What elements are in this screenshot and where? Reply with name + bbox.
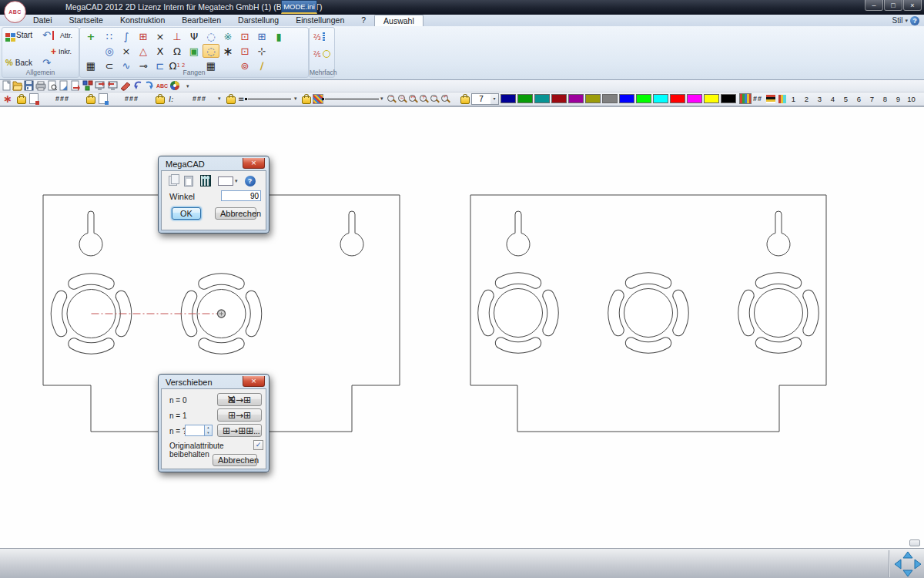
- count-input[interactable]: [185, 425, 204, 436]
- zoom-tool-icon-4[interactable]: +: [419, 94, 430, 104]
- open-file-icon[interactable]: [13, 82, 22, 90]
- print-preview-icon[interactable]: [49, 81, 57, 90]
- page-view-icon[interactable]: [60, 81, 67, 90]
- view-number-button[interactable]: 1: [787, 95, 800, 103]
- sheet-select-button[interactable]: [99, 93, 108, 104]
- abc-check-icon[interactable]: ABC: [156, 83, 168, 89]
- megacad-cancel-button[interactable]: Abbrechen: [215, 207, 256, 220]
- toolbar-options-icon[interactable]: ▾: [186, 83, 189, 89]
- snap-box-3d-icon[interactable]: ⊡: [236, 29, 253, 43]
- verschieben-dialog-close-button[interactable]: ×: [243, 376, 265, 387]
- zoom-tool-icon-5[interactable]: −: [430, 94, 440, 104]
- help-icon[interactable]: ?: [910, 16, 919, 25]
- scale-combo[interactable]: 7▾: [471, 93, 499, 104]
- pen-button[interactable]: l:: [169, 93, 174, 104]
- snap-box2-icon[interactable]: ⊡: [236, 44, 253, 58]
- page-transfer-icon[interactable]: [72, 81, 80, 91]
- pan-control-icon[interactable]: [893, 550, 922, 578]
- verschieben-cancel-button[interactable]: Abbrechen: [213, 454, 257, 466]
- snap-solid-icon[interactable]: ▣: [186, 44, 203, 58]
- tab-hilfe[interactable]: ?: [353, 15, 374, 26]
- attach-mode-icon[interactable]: ∗: [3, 93, 12, 104]
- color-swatch[interactable]: [585, 94, 601, 103]
- canvas-corner-button[interactable]: [909, 539, 920, 546]
- view-number-button[interactable]: 7: [865, 95, 879, 103]
- snap-loop-icon[interactable]: Ω: [169, 44, 186, 58]
- color-swatch[interactable]: [721, 94, 736, 103]
- ok-button[interactable]: OK: [172, 207, 201, 220]
- color-swatch[interactable]: [636, 94, 651, 103]
- keep-attributes-checkbox[interactable]: ✓: [253, 440, 263, 450]
- view-number-button[interactable]: 8: [879, 95, 892, 103]
- multi-distance-icon[interactable]: ⅔: [313, 31, 325, 43]
- color-swatch[interactable]: [704, 94, 719, 103]
- n0-button[interactable]: ⊞×→⊞: [217, 393, 262, 406]
- snap-points-icon[interactable]: ∷: [101, 29, 118, 43]
- redo-toolbar-icon[interactable]: [146, 82, 153, 89]
- start-button[interactable]: Start: [4, 30, 34, 40]
- winkel-input[interactable]: [221, 190, 261, 201]
- lock-linetype-icon[interactable]: [226, 93, 236, 104]
- minimize-button[interactable]: –: [865, 0, 883, 11]
- megacad-dialog-titlebar[interactable]: MegaCAD ×: [161, 159, 266, 170]
- linetype-dropdown-icon[interactable]: ▾: [294, 93, 297, 104]
- screen-paste-icon[interactable]: [108, 82, 117, 90]
- snap-box-points-icon[interactable]: ⊞: [253, 29, 270, 43]
- color-wheel-icon[interactable]: [170, 81, 179, 90]
- snap-curve-points-icon[interactable]: ∫: [118, 29, 135, 43]
- spinner-buttons[interactable]: ▴▾: [204, 425, 213, 436]
- zoom-tool-icon-6[interactable]: ↶: [440, 94, 451, 104]
- save-icon[interactable]: [25, 81, 33, 90]
- scale-dropdown-icon[interactable]: ▾: [490, 94, 498, 104]
- calculator-icon[interactable]: [200, 175, 211, 187]
- snap-triangle-icon[interactable]: △: [135, 44, 152, 58]
- lock-layer-icon[interactable]: [17, 93, 26, 104]
- tab-konstruktion[interactable]: Konstruktion: [112, 15, 173, 26]
- color-swatch[interactable]: [653, 94, 668, 103]
- linewidth-preview[interactable]: [325, 93, 379, 104]
- spin-down-icon[interactable]: ▾: [205, 431, 212, 436]
- linetype-icon[interactable]: ≡: [238, 93, 244, 104]
- n1-button[interactable]: ⊞→⊞: [217, 408, 262, 422]
- lock-sheet-icon[interactable]: [86, 93, 95, 104]
- view-number-button[interactable]: 10: [905, 95, 918, 103]
- snap-asterisk-icon[interactable]: ∗: [219, 44, 236, 58]
- snap-add-icon[interactable]: +: [82, 29, 99, 43]
- color-swatch[interactable]: [602, 94, 618, 103]
- snap-cross-icon[interactable]: ×: [118, 44, 135, 58]
- zoom-tool-icon-1[interactable]: −: [387, 94, 397, 104]
- multi-circle-icon[interactable]: ⅖: [313, 48, 330, 60]
- copy-icon[interactable]: [169, 176, 177, 186]
- snap-target-icon[interactable]: ◎: [101, 44, 118, 58]
- print-icon[interactable]: [36, 82, 45, 90]
- view-number-button[interactable]: 2: [800, 95, 813, 103]
- view-number-button[interactable]: 4: [826, 95, 839, 103]
- snap-grid-points-icon[interactable]: ⊞: [135, 29, 152, 43]
- color-swatch[interactable]: [517, 94, 533, 103]
- color-swatch[interactable]: [500, 94, 516, 103]
- view-number-button[interactable]: 6: [852, 95, 865, 103]
- verschieben-dialog-titlebar[interactable]: Verschieben ×: [161, 377, 266, 388]
- colorbars-icon[interactable]: [778, 93, 786, 104]
- color-swatch[interactable]: [551, 94, 567, 103]
- format-dropdown[interactable]: ▾: [218, 176, 238, 186]
- redo-button[interactable]: ↷: [41, 56, 52, 69]
- view-number-button[interactable]: 9: [892, 95, 905, 103]
- linetype-preview[interactable]: [248, 93, 291, 104]
- inkr-button[interactable]: + Inkr.: [49, 45, 73, 58]
- zoom-tool-icon-3[interactable]: ↔: [408, 94, 419, 104]
- snap-circle-icon[interactable]: ◌: [203, 29, 219, 43]
- mode-ini-button[interactable]: MODE.ini: [281, 0, 317, 14]
- lock-pen-icon[interactable]: [156, 93, 165, 104]
- linewidth-dropdown-icon[interactable]: ▾: [380, 93, 383, 104]
- hash-button[interactable]: ##: [753, 93, 762, 104]
- layer-list-icon[interactable]: [766, 93, 775, 104]
- megacad-dialog-close-button[interactable]: ×: [243, 158, 265, 169]
- view-number-button[interactable]: 3: [813, 95, 826, 103]
- drawing-canvas[interactable]: [0, 106, 924, 549]
- paste-icon[interactable]: [184, 176, 193, 187]
- maximize-button[interactable]: □: [884, 0, 902, 11]
- snap-intersection-icon[interactable]: ×: [152, 29, 169, 43]
- tab-bearbeiten[interactable]: Bearbeiten: [173, 15, 229, 26]
- view-number-button[interactable]: 5: [839, 95, 852, 103]
